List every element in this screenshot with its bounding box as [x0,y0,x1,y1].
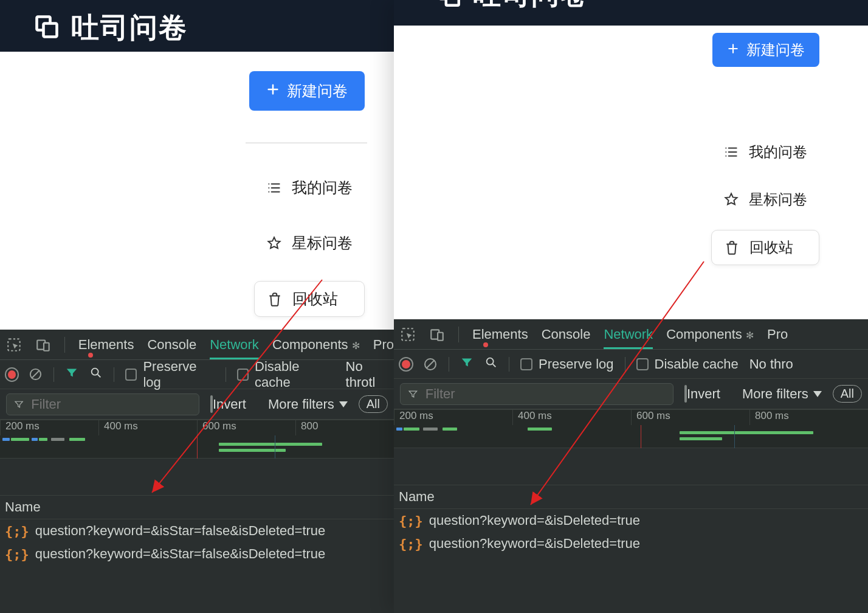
filter-input[interactable] [425,386,666,402]
request-row[interactable]: {;} question?keyword=&isDeleted=true [394,509,868,532]
column-header-name[interactable]: Name [0,495,394,519]
clear-button[interactable] [29,367,43,382]
filter-input-wrapper[interactable] [400,383,673,405]
search-icon[interactable] [89,366,103,383]
plus-icon [266,82,280,100]
clear-button[interactable] [423,357,438,372]
devtools-tabbar: Elements Console Network Components ✻ Pr… [0,330,394,360]
app-header: 吐司问卷 [394,0,868,26]
filter-input-wrapper[interactable] [6,393,199,415]
disable-cache-checkbox[interactable]: Disable cache [237,359,335,390]
tab-components[interactable]: Components ✻ [272,337,360,353]
filter-input[interactable] [31,397,191,412]
sidebar-item-my-surveys[interactable]: 我的问卷 [254,170,365,205]
request-row[interactable]: {;} question?keyword=&isDeleted=true [394,532,868,555]
preserve-log-checkbox[interactable]: Preserve log [520,356,614,372]
gear-icon: ✻ [746,330,754,341]
network-timeline[interactable]: 200 ms 400 ms 600 ms 800 ms [394,409,868,448]
json-icon: {;} [399,536,423,552]
json-icon: {;} [5,547,29,562]
request-row[interactable]: {;} question?keyword=&isStar=false&isDel… [0,542,394,566]
sidebar-item-starred[interactable]: 星标问卷 [254,226,365,260]
tab-network[interactable]: Network [604,327,653,349]
sidebar-item-label: 回收站 [749,238,793,257]
device-toggle-icon[interactable] [429,327,445,342]
disable-cache-checkbox[interactable]: Disable cache [636,356,739,372]
devtools-controls: Preserve log Disable cache No thro [394,350,868,379]
app-body: 新建问卷 我的问卷 星标问卷 回收站 [0,52,394,330]
preserve-log-checkbox[interactable]: Preserve log [125,359,215,390]
sidebar-item-label: 星标问卷 [292,233,353,253]
chevron-down-icon [339,401,348,407]
invert-checkbox[interactable]: Invert [210,397,246,412]
funnel-icon [408,389,418,400]
sidebar-item-label: 我的问卷 [292,178,353,198]
sidebar-item-trash[interactable]: 回收站 [254,281,365,317]
filter-all-pill[interactable]: All [359,395,388,413]
tab-more[interactable]: Pro [373,337,394,353]
new-survey-button[interactable]: 新建问卷 [249,71,365,111]
svg-point-6 [92,368,98,375]
network-timeline[interactable]: 200 ms 400 ms 600 ms 800 [0,420,394,459]
tab-elements[interactable]: Elements [78,337,134,353]
request-text: question?keyword=&isStar=false&isDeleted… [35,546,326,562]
copy-icon [436,0,462,11]
tab-console[interactable]: Console [147,337,196,353]
request-row[interactable]: {;} question?keyword=&isStar=false&isDel… [0,519,394,542]
star-icon [266,235,282,251]
list-icon [266,180,282,196]
sidebar-nav: 我的问卷 星标问卷 回收站 [711,135,819,265]
trash-icon [267,291,283,307]
app-title: 吐司问卷 [71,9,188,47]
devtools-filter-row: Invert More filters All [0,389,394,420]
record-button[interactable] [400,358,412,370]
separator [64,337,65,353]
sidebar-item-my-surveys[interactable]: 我的问卷 [711,135,819,169]
new-survey-button[interactable]: 新建问卷 [712,33,819,67]
tab-network[interactable]: Network [210,337,259,359]
invert-checkbox[interactable]: Invert [684,386,720,402]
record-button[interactable] [6,369,18,381]
filter-toggle-icon[interactable] [460,356,474,373]
devtools-panel: Elements Console Network Components ✻ Pr… [394,319,868,613]
sidebar-item-label: 星标问卷 [749,190,807,209]
devtools-filter-row: Invert More filters All [394,379,868,409]
tab-components[interactable]: Components ✻ [666,327,754,342]
search-icon[interactable] [484,356,498,373]
filter-all-pill[interactable]: All [833,385,862,403]
json-icon: {;} [5,524,29,539]
device-toggle-icon[interactable] [35,337,51,353]
app-header: 吐司问卷 [0,0,394,52]
sidebar-item-starred[interactable]: 星标问卷 [711,182,819,216]
separator [53,367,54,382]
trash-icon [724,240,740,255]
separator [458,327,459,342]
more-filters-dropdown[interactable]: More filters [268,397,348,412]
devtools-controls: Preserve log Disable cache No throtl [0,360,394,389]
separator [509,357,509,372]
list-icon [723,144,739,160]
gear-icon: ✻ [352,341,360,351]
tab-elements[interactable]: Elements [472,327,528,342]
plus-icon [727,41,739,58]
more-filters-dropdown[interactable]: More filters [742,386,822,402]
star-icon [723,192,739,207]
inspect-icon[interactable] [400,327,416,342]
svg-rect-4 [44,342,49,350]
filter-toggle-icon[interactable] [65,366,78,383]
separator [114,367,114,382]
svg-rect-12 [438,332,443,340]
copy-icon [33,13,60,43]
tab-more[interactable]: Pro [767,327,788,342]
sidebar-item-trash[interactable]: 回收站 [711,230,819,265]
separator [625,357,625,372]
svg-rect-9 [446,0,459,5]
svg-point-14 [487,358,494,364]
throttling-dropdown[interactable]: No throtl [346,359,394,390]
devtools-tabbar: Elements Console Network Components ✻ Pr… [394,319,868,350]
chevron-down-icon [813,391,822,397]
inspect-icon[interactable] [6,337,22,353]
column-header-name[interactable]: Name [394,485,868,509]
throttling-dropdown[interactable]: No thro [749,356,793,372]
tab-console[interactable]: Console [542,327,591,342]
